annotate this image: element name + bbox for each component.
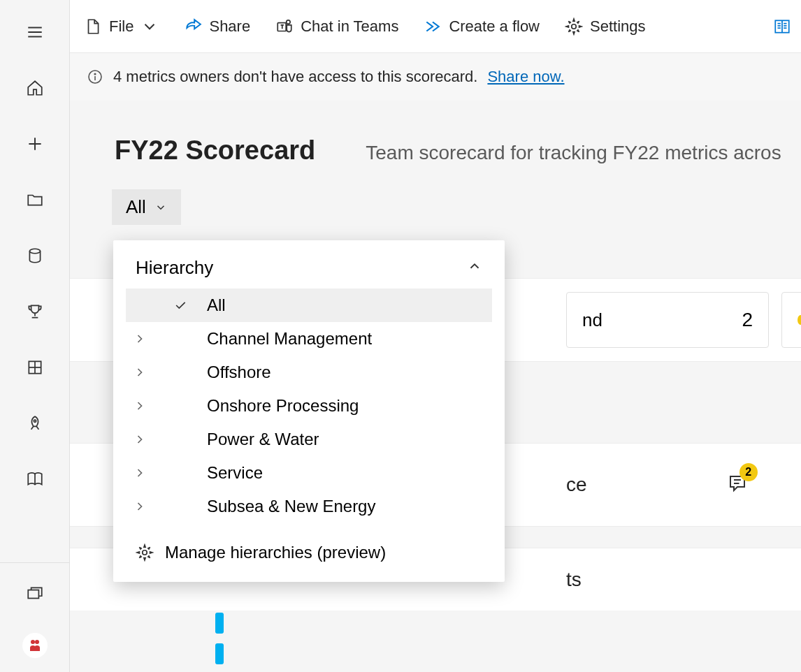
comment-count-badge: 2 xyxy=(739,463,758,481)
chat-teams-button[interactable]: Chat in Teams xyxy=(271,13,403,40)
hierarchy-item-subsea-new-energy[interactable]: Subsea & New Energy xyxy=(126,490,492,523)
hierarchy-item-label: Onshore Processing xyxy=(207,396,359,416)
hierarchy-item-label: Offshore xyxy=(207,363,271,382)
svg-point-5 xyxy=(29,249,40,254)
comment-button[interactable]: 2 xyxy=(727,473,748,497)
home-icon[interactable] xyxy=(18,71,52,105)
check-icon xyxy=(166,298,194,312)
chevron-up-icon xyxy=(467,258,482,274)
trophy-icon[interactable] xyxy=(18,295,52,328)
info-icon xyxy=(87,68,103,85)
database-icon[interactable] xyxy=(18,239,52,272)
create-flow-button[interactable]: Create a flow xyxy=(419,13,544,40)
popover-title: Hierarchy xyxy=(136,257,213,279)
reading-icon xyxy=(773,17,791,36)
svg-point-14 xyxy=(31,640,35,644)
svg-point-32 xyxy=(143,550,147,555)
share-icon xyxy=(184,17,202,36)
chevron-right-icon xyxy=(133,399,147,413)
share-button[interactable]: Share xyxy=(180,13,254,40)
hierarchy-filter-chip[interactable]: All xyxy=(112,189,181,225)
svg-point-17 xyxy=(287,20,290,23)
hierarchy-item-label: Power & Water xyxy=(207,430,319,449)
collapse-button[interactable] xyxy=(467,257,482,279)
chat-label: Chat in Teams xyxy=(301,17,398,36)
book-icon[interactable] xyxy=(18,462,52,496)
hierarchy-item-label: Subsea & New Energy xyxy=(207,497,375,516)
page-subtitle: Team scorecard for tracking FY22 metrics… xyxy=(366,142,781,164)
hierarchy-item-onshore-processing[interactable]: Onshore Processing xyxy=(126,389,492,423)
timeline-tick-icon xyxy=(215,643,224,664)
slides-icon[interactable] xyxy=(18,577,52,611)
file-label: File xyxy=(109,17,134,36)
svg-rect-13 xyxy=(28,590,38,599)
hierarchy-item-channel-management[interactable]: Channel Management xyxy=(126,322,492,356)
hierarchy-popover: Hierarchy All Channel Management xyxy=(113,240,505,582)
left-nav-rail xyxy=(0,0,70,672)
content-area: FY22 Scorecard Team scorecard for tracki… xyxy=(70,101,801,672)
hierarchy-item-offshore[interactable]: Offshore xyxy=(126,356,492,389)
hierarchy-item-power-water[interactable]: Power & Water xyxy=(126,423,492,456)
svg-point-11 xyxy=(34,420,36,422)
card-count: 2 xyxy=(742,309,753,331)
main-area: File Share Chat in Teams Create a flow S… xyxy=(70,0,801,672)
hierarchy-item-label: Service xyxy=(207,463,263,483)
settings-button[interactable]: Settings xyxy=(561,13,650,40)
hierarchy-item-service[interactable]: Service xyxy=(126,456,492,490)
top-toolbar: File Share Chat in Teams Create a flow S… xyxy=(70,0,801,53)
chevron-right-icon xyxy=(133,466,147,480)
settings-label: Settings xyxy=(590,17,646,36)
share-now-link[interactable]: Share now. xyxy=(487,68,564,86)
hierarchy-item-label: Channel Management xyxy=(207,329,372,349)
expand-toggle[interactable] xyxy=(126,499,154,513)
file-icon xyxy=(84,17,102,36)
row-fragment: ts xyxy=(566,569,582,591)
gear-icon xyxy=(565,17,583,36)
svg-point-29 xyxy=(94,73,96,75)
hierarchy-item-all[interactable]: All xyxy=(126,288,492,322)
row-fragment: ce xyxy=(566,474,587,496)
flow-icon xyxy=(424,17,442,36)
notice-text: 4 metrics owners don't have access to th… xyxy=(113,68,477,86)
chevron-down-icon xyxy=(154,201,167,214)
manage-hierarchies-label: Manage hierarchies (preview) xyxy=(165,543,386,562)
hierarchy-item-label: All xyxy=(207,295,226,315)
plus-icon[interactable] xyxy=(18,127,52,161)
gear-icon xyxy=(136,543,154,562)
grid-icon[interactable] xyxy=(18,351,52,384)
folder-icon[interactable] xyxy=(18,183,52,217)
page-title: FY22 Scorecard xyxy=(115,136,315,166)
hamburger-icon[interactable] xyxy=(18,15,52,49)
expand-toggle[interactable] xyxy=(126,466,154,480)
chevron-right-icon xyxy=(133,499,147,513)
chevron-down-icon xyxy=(140,17,159,36)
expand-toggle[interactable] xyxy=(126,332,154,346)
share-label: Share xyxy=(209,17,250,36)
card-fragment: nd xyxy=(582,309,602,331)
svg-point-18 xyxy=(572,24,577,29)
status-card-at-risk[interactable]: At ri xyxy=(781,292,801,348)
status-dot-icon xyxy=(798,315,801,325)
expand-toggle[interactable] xyxy=(126,399,154,413)
expand-toggle[interactable] xyxy=(126,432,154,446)
manage-hierarchies-button[interactable]: Manage hierarchies (preview) xyxy=(126,529,492,572)
reading-view-button[interactable] xyxy=(769,13,791,40)
notice-bar: 4 metrics owners don't have access to th… xyxy=(70,53,801,101)
teams-icon xyxy=(275,17,294,36)
chevron-right-icon xyxy=(133,332,147,346)
svg-point-15 xyxy=(35,640,39,644)
timeline-tick-icon xyxy=(215,613,224,634)
avatar[interactable] xyxy=(22,633,48,658)
flow-label: Create a flow xyxy=(449,17,540,36)
expand-toggle[interactable] xyxy=(126,365,154,379)
chevron-right-icon xyxy=(133,432,147,446)
rocket-icon[interactable] xyxy=(18,407,52,440)
status-card[interactable]: nd 2 xyxy=(566,292,769,348)
chevron-right-icon xyxy=(133,365,147,379)
timeline-marks xyxy=(215,613,224,672)
filter-label: All xyxy=(126,196,146,218)
file-menu[interactable]: File xyxy=(80,13,163,40)
